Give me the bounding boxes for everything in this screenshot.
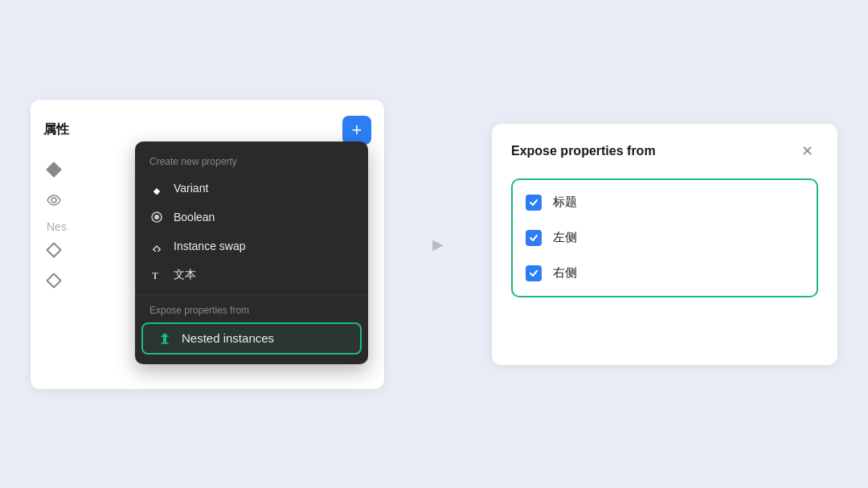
checkbox-row-2[interactable]: 右侧: [526, 257, 804, 289]
arrow-icon: ▶: [432, 236, 444, 253]
svg-text:T: T: [152, 270, 158, 281]
right-panel: Expose properties from ✕ 标题 左侧: [492, 124, 837, 365]
nested-instances-label: Nested instances: [182, 331, 274, 345]
checkbox-list: 标题 左侧 右侧: [511, 178, 818, 297]
nested-instances-item[interactable]: Nested instances: [141, 322, 362, 355]
dropdown-divider: [135, 294, 368, 295]
checkbox-label-1: 左侧: [553, 230, 577, 245]
checkbox-label-0: 标题: [553, 195, 577, 210]
right-panel-header: Expose properties from ✕: [511, 140, 818, 162]
checkbox-row-1[interactable]: 左侧: [526, 222, 804, 254]
svg-rect-1: [154, 188, 160, 195]
svg-rect-4: [154, 246, 160, 252]
svg-point-3: [154, 215, 159, 219]
expose-section-label: Expose properties from: [135, 300, 368, 319]
panel-title: 属性: [43, 121, 69, 138]
variant-item[interactable]: Variant: [135, 174, 368, 203]
text-item[interactable]: T 文本: [135, 260, 368, 289]
left-panel: 属性 + Nes: [31, 100, 384, 389]
diamond-filled-icon: [47, 162, 61, 177]
checkbox-2[interactable]: [526, 265, 542, 281]
checkbox-label-2: 右侧: [553, 265, 577, 281]
instance-swap-label: Instance swap: [174, 240, 246, 252]
arrow-connector: ▶: [432, 236, 444, 253]
diamond-outline-icon-1: [47, 243, 61, 257]
create-section-label: Create new property: [135, 153, 368, 174]
right-panel-title: Expose properties from: [511, 144, 656, 158]
main-container: 属性 + Nes: [31, 100, 837, 389]
diamond-outline-icon-2: [47, 273, 61, 288]
boolean-icon: [149, 210, 164, 224]
instance-swap-icon: [149, 239, 164, 253]
instance-swap-item[interactable]: Instance swap: [135, 232, 368, 260]
svg-point-6: [164, 341, 166, 343]
boolean-label: Boolean: [174, 211, 215, 223]
eye-icon: [47, 193, 61, 207]
boolean-item[interactable]: Boolean: [135, 203, 368, 232]
checkbox-1[interactable]: [526, 230, 542, 246]
close-button[interactable]: ✕: [796, 140, 818, 162]
variant-icon: [149, 181, 164, 195]
panel-header: 属性 +: [43, 116, 371, 145]
text-icon: T: [149, 268, 164, 282]
add-property-button[interactable]: +: [342, 116, 371, 145]
nested-instances-icon: [158, 331, 172, 346]
svg-point-0: [51, 198, 56, 203]
variant-label: Variant: [174, 182, 208, 195]
dropdown-menu: Create new property Variant Boolean: [135, 141, 368, 364]
checkbox-0[interactable]: [526, 195, 542, 211]
text-label: 文本: [174, 268, 196, 282]
checkbox-row-0[interactable]: 标题: [526, 187, 804, 219]
